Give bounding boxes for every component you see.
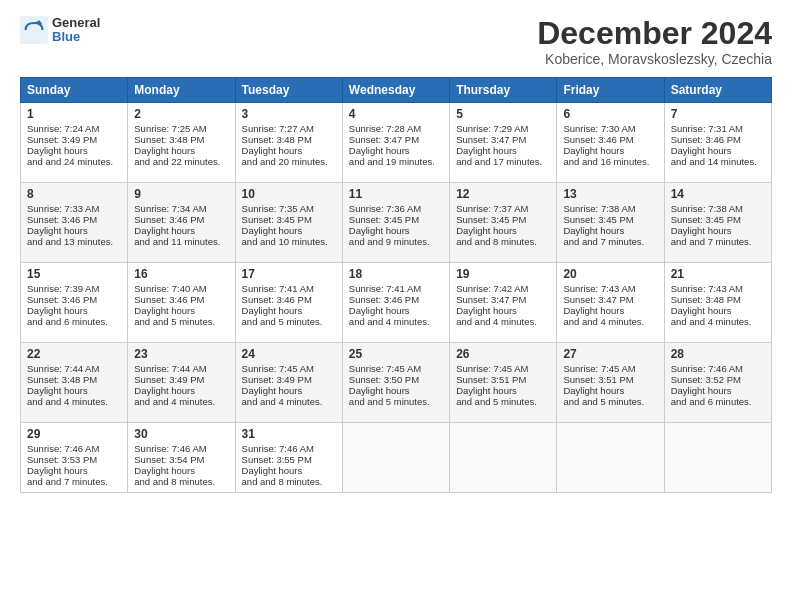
table-row: 16Sunrise: 7:40 AMSunset: 3:46 PMDayligh… <box>128 263 235 343</box>
table-row: 20Sunrise: 7:43 AMSunset: 3:47 PMDayligh… <box>557 263 664 343</box>
col-saturday: Saturday <box>664 78 771 103</box>
day-number: 1 <box>27 107 121 121</box>
day-number: 10 <box>242 187 336 201</box>
col-sunday: Sunday <box>21 78 128 103</box>
table-row: 27Sunrise: 7:45 AMSunset: 3:51 PMDayligh… <box>557 343 664 423</box>
day-number: 27 <box>563 347 657 361</box>
table-row: 22Sunrise: 7:44 AMSunset: 3:48 PMDayligh… <box>21 343 128 423</box>
table-row: 9Sunrise: 7:34 AMSunset: 3:46 PMDaylight… <box>128 183 235 263</box>
table-row: 26Sunrise: 7:45 AMSunset: 3:51 PMDayligh… <box>450 343 557 423</box>
table-row: 19Sunrise: 7:42 AMSunset: 3:47 PMDayligh… <box>450 263 557 343</box>
table-row: 28Sunrise: 7:46 AMSunset: 3:52 PMDayligh… <box>664 343 771 423</box>
table-row: 8Sunrise: 7:33 AMSunset: 3:46 PMDaylight… <box>21 183 128 263</box>
day-number: 2 <box>134 107 228 121</box>
logo: General Blue <box>20 16 100 45</box>
table-row: 15Sunrise: 7:39 AMSunset: 3:46 PMDayligh… <box>21 263 128 343</box>
day-number: 28 <box>671 347 765 361</box>
table-row: 3Sunrise: 7:27 AMSunset: 3:48 PMDaylight… <box>235 103 342 183</box>
table-row: 14Sunrise: 7:38 AMSunset: 3:45 PMDayligh… <box>664 183 771 263</box>
day-number: 14 <box>671 187 765 201</box>
day-number: 5 <box>456 107 550 121</box>
day-number: 6 <box>563 107 657 121</box>
table-row: 12Sunrise: 7:37 AMSunset: 3:45 PMDayligh… <box>450 183 557 263</box>
table-row: 17Sunrise: 7:41 AMSunset: 3:46 PMDayligh… <box>235 263 342 343</box>
col-monday: Monday <box>128 78 235 103</box>
table-row <box>557 423 664 493</box>
page-container: General Blue December 2024 Koberice, Mor… <box>0 0 792 503</box>
day-number: 29 <box>27 427 121 441</box>
header: General Blue December 2024 Koberice, Mor… <box>20 16 772 67</box>
day-number: 30 <box>134 427 228 441</box>
col-thursday: Thursday <box>450 78 557 103</box>
table-row: 5Sunrise: 7:29 AMSunset: 3:47 PMDaylight… <box>450 103 557 183</box>
table-row: 11Sunrise: 7:36 AMSunset: 3:45 PMDayligh… <box>342 183 449 263</box>
table-row: 13Sunrise: 7:38 AMSunset: 3:45 PMDayligh… <box>557 183 664 263</box>
svg-rect-0 <box>20 16 48 44</box>
day-number: 18 <box>349 267 443 281</box>
table-row: 10Sunrise: 7:35 AMSunset: 3:45 PMDayligh… <box>235 183 342 263</box>
day-number: 9 <box>134 187 228 201</box>
day-number: 24 <box>242 347 336 361</box>
day-number: 19 <box>456 267 550 281</box>
table-row: 31Sunrise: 7:46 AMSunset: 3:55 PMDayligh… <box>235 423 342 493</box>
table-row <box>342 423 449 493</box>
day-number: 4 <box>349 107 443 121</box>
day-number: 31 <box>242 427 336 441</box>
table-row: 2Sunrise: 7:25 AMSunset: 3:48 PMDaylight… <box>128 103 235 183</box>
day-number: 13 <box>563 187 657 201</box>
day-number: 15 <box>27 267 121 281</box>
day-number: 21 <box>671 267 765 281</box>
day-number: 26 <box>456 347 550 361</box>
day-number: 12 <box>456 187 550 201</box>
col-tuesday: Tuesday <box>235 78 342 103</box>
logo-blue-text: Blue <box>52 30 100 44</box>
table-row: 23Sunrise: 7:44 AMSunset: 3:49 PMDayligh… <box>128 343 235 423</box>
table-row: 24Sunrise: 7:45 AMSunset: 3:49 PMDayligh… <box>235 343 342 423</box>
table-row: 29Sunrise: 7:46 AMSunset: 3:53 PMDayligh… <box>21 423 128 493</box>
col-friday: Friday <box>557 78 664 103</box>
day-number: 20 <box>563 267 657 281</box>
day-number: 11 <box>349 187 443 201</box>
day-number: 3 <box>242 107 336 121</box>
logo-general-text: General <box>52 16 100 30</box>
location: Koberice, Moravskoslezsky, Czechia <box>537 51 772 67</box>
day-number: 17 <box>242 267 336 281</box>
table-row <box>450 423 557 493</box>
calendar-table: Sunday Monday Tuesday Wednesday Thursday… <box>20 77 772 493</box>
table-row: 6Sunrise: 7:30 AMSunset: 3:46 PMDaylight… <box>557 103 664 183</box>
logo-icon <box>20 16 48 44</box>
table-row: 4Sunrise: 7:28 AMSunset: 3:47 PMDaylight… <box>342 103 449 183</box>
day-number: 16 <box>134 267 228 281</box>
day-number: 8 <box>27 187 121 201</box>
col-wednesday: Wednesday <box>342 78 449 103</box>
month-title: December 2024 <box>537 16 772 51</box>
table-row: 25Sunrise: 7:45 AMSunset: 3:50 PMDayligh… <box>342 343 449 423</box>
table-row: 30Sunrise: 7:46 AMSunset: 3:54 PMDayligh… <box>128 423 235 493</box>
header-row: Sunday Monday Tuesday Wednesday Thursday… <box>21 78 772 103</box>
table-row: 7Sunrise: 7:31 AMSunset: 3:46 PMDaylight… <box>664 103 771 183</box>
table-row <box>664 423 771 493</box>
table-row: 1Sunrise: 7:24 AMSunset: 3:49 PMDaylight… <box>21 103 128 183</box>
title-block: December 2024 Koberice, Moravskoslezsky,… <box>537 16 772 67</box>
day-number: 22 <box>27 347 121 361</box>
table-row: 18Sunrise: 7:41 AMSunset: 3:46 PMDayligh… <box>342 263 449 343</box>
logo-text: General Blue <box>52 16 100 45</box>
day-number: 25 <box>349 347 443 361</box>
day-number: 7 <box>671 107 765 121</box>
table-row: 21Sunrise: 7:43 AMSunset: 3:48 PMDayligh… <box>664 263 771 343</box>
day-number: 23 <box>134 347 228 361</box>
